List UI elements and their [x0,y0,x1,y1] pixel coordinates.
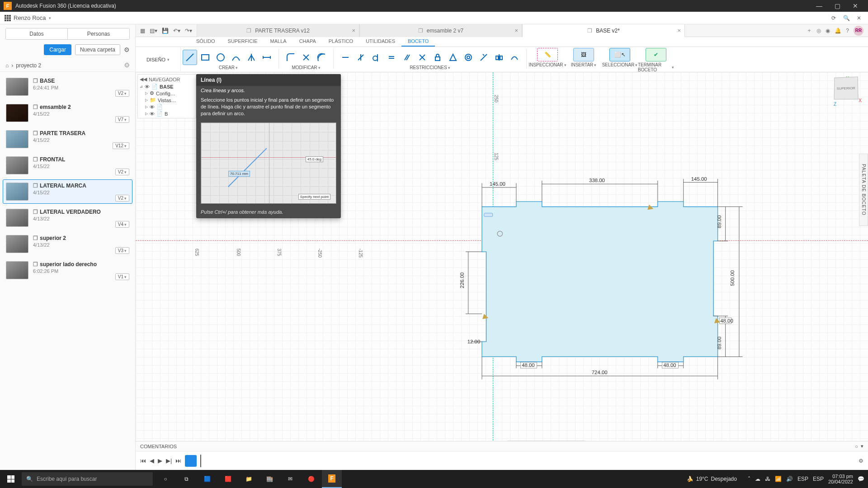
version-badge[interactable]: V1▾ [115,273,129,280]
version-badge[interactable]: V4▾ [115,221,129,228]
doc-tab[interactable]: ❒emsamble 2 v7× [359,24,522,37]
comments-toggle-icon[interactable]: ○ [855,444,858,449]
view-cube[interactable]: Y SUPERIOR X Z [829,77,861,106]
file-menu-icon[interactable]: ▤▾ [150,28,157,34]
file-card[interactable]: ❒superior lado derecho6:02:26 PMV1▾ [3,258,132,282]
ribbon-tab-boceto[interactable]: BOCETO [401,37,435,47]
taskbar-clock[interactable]: 07:03 pm 20/04/2022 [828,474,853,484]
arc-tool[interactable] [229,50,243,65]
constraint-parallel[interactable] [400,50,414,65]
constraint-midpoint[interactable] [446,50,460,65]
new-folder-button[interactable]: Nueva carpeta [75,44,120,55]
task-fusion[interactable]: F [322,470,342,488]
timeline-play[interactable]: ▶ [158,457,162,464]
timeline-settings-icon[interactable]: ⚙ [859,458,863,464]
close-tab-icon[interactable]: × [352,27,355,34]
dimension-tool[interactable] [259,50,274,65]
gear-icon[interactable]: ⚙ [124,46,130,53]
save-icon[interactable]: 💾 [162,28,169,34]
timeline-marker[interactable] [200,455,201,467]
redo-icon[interactable]: ↷▾ [185,28,192,34]
timeline-end[interactable]: ⏭ [175,457,181,464]
constraint-concentric[interactable] [461,50,476,65]
task-opera[interactable]: 🔴 [301,470,321,488]
start-button[interactable] [0,475,22,483]
tray-network-icon[interactable]: 🖧 [765,476,770,482]
constraint-vertical[interactable] [354,50,368,65]
ribbon-tab-plastico[interactable]: PLÁSTICO [322,37,359,47]
file-card[interactable]: ❒FRONTAL4/15/22V2▾ [3,153,132,178]
maximize-button[interactable]: ▢ [828,0,846,12]
tray-onedrive-icon[interactable]: ☁ [755,476,760,482]
tray-volume-icon[interactable]: 🔊 [786,476,793,482]
home-icon[interactable]: ⌂ [5,62,9,69]
timeline-feature-sketch[interactable] [185,455,197,467]
ribbon-tab-superficie[interactable]: SUPERFICIE [222,37,264,47]
ribbon-tab-utilidades[interactable]: UTILIDADES [359,37,401,47]
doc-tab[interactable]: ❒PARTE TRASERA v12× [197,24,359,37]
group-inspeccionar[interactable]: 📏INSPECCIONAR▾ [529,47,566,67]
timeline-start[interactable]: ⏮ [140,457,146,464]
task-store[interactable]: 🏬 [259,470,279,488]
tray-wifi-icon[interactable]: 📶 [775,476,782,482]
line-tool[interactable] [183,50,197,65]
pin-icon[interactable]: ⭙ [124,62,130,69]
version-badge[interactable]: V7▾ [115,116,129,123]
finish-sketch-button[interactable]: ✔TERMINAR BOCETO▾ [638,47,674,72]
tray-keyboard[interactable]: ESP [813,476,824,482]
tab-personas[interactable]: Personas [67,28,129,39]
version-badge[interactable]: V3▾ [115,247,129,254]
file-card[interactable]: ❒BASE6:24:41 PMV2▾ [3,75,132,99]
collapse-icon[interactable]: ◀◀ [140,76,147,82]
version-badge[interactable]: V2▾ [115,195,129,202]
constraint-fix[interactable] [430,50,445,65]
offset-tool[interactable] [314,50,329,65]
taskbar-search[interactable]: 🔍 Escribe aquí para buscar [22,472,153,486]
group-insertar[interactable]: 🖼INSERTAR▾ [566,47,602,67]
rectangle-tool[interactable] [198,50,212,65]
apps-icon[interactable]: ▦ [140,28,145,34]
viewcube-face[interactable]: SUPERIOR [834,76,859,99]
close-panel-button[interactable]: ✕ [854,14,863,23]
sketch-palette-tab[interactable]: PALETA DE BOCETO [859,154,868,226]
tray-notifications-icon[interactable]: 💬 [858,476,864,482]
ribbon-tab-malla[interactable]: MALLA [264,37,293,47]
file-card[interactable]: ❒superior 24/13/22V3▾ [3,232,132,256]
ribbon-tab-chapa[interactable]: CHAPA [293,37,322,47]
doc-tab[interactable]: ❒BASE v2*× [522,24,685,37]
close-tab-icon[interactable]: × [514,27,518,34]
new-tab-button[interactable]: ＋ [807,27,812,34]
comments-label[interactable]: COMENTARIOS [140,444,177,449]
task-taskview[interactable]: ⧉ [176,470,196,488]
undo-icon[interactable]: ↶▾ [173,28,180,34]
comments-collapse-icon[interactable]: ▾ [861,443,863,449]
file-card[interactable]: ❒PARTE TRASERA4/15/22V12▾ [3,127,132,151]
trim-tool[interactable] [299,50,313,65]
constraint-perpendicular[interactable] [415,50,429,65]
search-button[interactable]: 🔍 [842,14,851,23]
version-badge[interactable]: V12▾ [113,142,129,149]
file-card[interactable]: ❒LATERAL MARCA4/15/22V2▾ [3,179,132,204]
browser-item[interactable]: Config… [156,91,175,96]
task-explorer[interactable]: 📁 [239,470,259,488]
breadcrumb[interactable]: ⌂ › proyecto 2 ⭙ [0,60,135,72]
tray-lang[interactable]: ESP [797,476,808,482]
constraint-collinear[interactable] [476,50,491,65]
task-cortana[interactable]: ○ [156,470,175,488]
tray-overflow-icon[interactable]: ˄ [748,476,750,482]
task-edge[interactable]: 🟦 [197,470,217,488]
canvas[interactable]: 250 625 500 375 -250 -125 125 ◀◀NAVEGADO… [136,72,868,470]
user-menu[interactable]: Renzo Roca ▾ [5,14,51,21]
tab-datos[interactable]: Datos [6,28,67,39]
file-card[interactable]: ❒LATERAL VERDADERO4/13/22V4▾ [3,206,132,230]
upload-button[interactable]: Cargar [44,44,71,55]
mirror-tool[interactable] [244,50,259,65]
constraint-equal[interactable] [384,50,399,65]
workspace-selector[interactable]: DISEÑO▾ [136,47,181,72]
constraint-tangent[interactable] [369,50,383,65]
job-status-icon[interactable]: ◉ [826,28,830,34]
file-card[interactable]: ❒emsamble 24/15/22V7▾ [3,101,132,125]
weather-widget[interactable]: 🍌19°CDespejado [687,476,737,482]
browser-panel[interactable]: ◀◀NAVEGADOR ⊿👁📄BASE ▷⚙Config… ▷📁Vistas… … [137,74,196,118]
browser-root[interactable]: BASE [160,84,174,89]
